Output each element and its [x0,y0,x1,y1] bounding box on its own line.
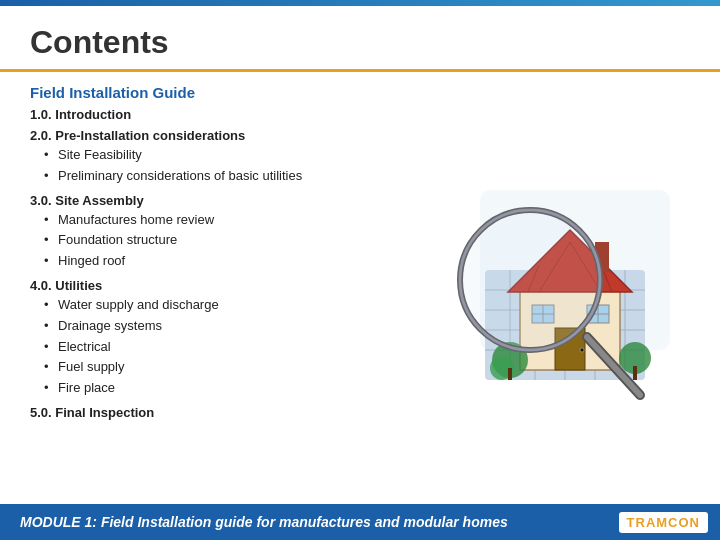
section-3-bullets: Manufactures home review Foundation stru… [44,210,400,272]
section-4-heading: 4.0. Utilities [30,278,400,293]
bottom-bar: MODULE 1: Field Installation guide for m… [0,504,720,540]
logo-text: TRAMCON [627,515,700,530]
svg-point-25 [580,348,584,352]
header: Contents [0,6,720,72]
footer-text: MODULE 1: Field Installation guide for m… [20,514,508,530]
illustration-area [410,84,690,496]
section-2-heading: 2.0. Pre-Installation considerations [30,128,400,143]
section-1-heading: 1.0. Introduction [30,107,400,122]
list-item: Manufactures home review [44,210,400,231]
section-2-bullets: Site Feasibility Preliminary considerati… [44,145,400,187]
section-3-heading: 3.0. Site Assembly [30,193,400,208]
svg-rect-28 [508,368,512,380]
list-item: Preliminary considerations of basic util… [44,166,400,187]
list-item: Drainage systems [44,316,400,337]
logo-area: TRAMCON [619,512,708,533]
list-item: Hinged roof [44,251,400,272]
page-title: Contents [30,24,690,61]
list-item: Water supply and discharge [44,295,400,316]
section-5-heading: 5.0. Final Inspection [30,405,400,420]
list-item: Fuel supply [44,357,400,378]
section-4-bullets: Water supply and discharge Drainage syst… [44,295,400,399]
text-content: Field Installation Guide 1.0. Introducti… [30,84,410,496]
house-magnifier-illustration [420,170,680,410]
list-item: Fire place [44,378,400,399]
svg-rect-30 [633,366,637,380]
page: Contents Field Installation Guide 1.0. I… [0,0,720,540]
list-item: Site Feasibility [44,145,400,166]
list-item: Foundation structure [44,230,400,251]
field-guide-title: Field Installation Guide [30,84,400,101]
main-content: Field Installation Guide 1.0. Introducti… [0,72,720,504]
list-item: Electrical [44,337,400,358]
